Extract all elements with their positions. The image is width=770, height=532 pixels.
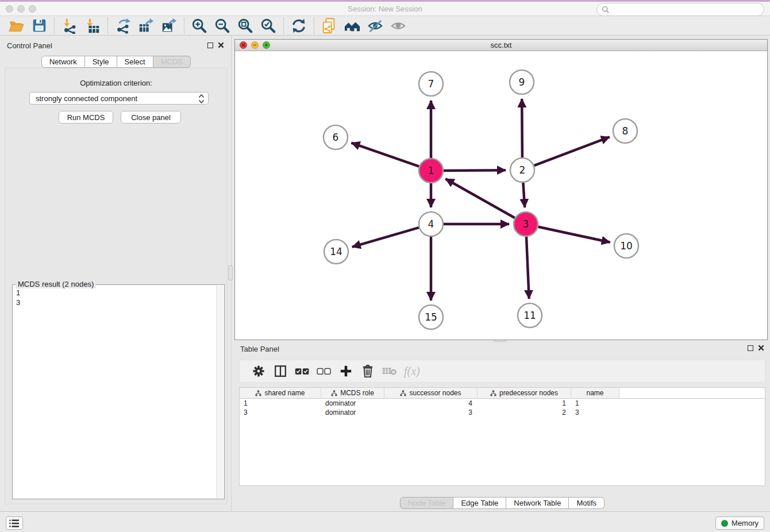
- column-type-icon: [490, 390, 496, 396]
- column-header-predecessor-nodes[interactable]: predecessor nodes: [478, 388, 571, 399]
- export-image-icon[interactable]: [159, 17, 179, 34]
- float-panel-icon[interactable]: [207, 43, 213, 48]
- delete-column-trash-icon[interactable]: [359, 363, 376, 379]
- criterion-value: strongly connected component: [36, 94, 137, 103]
- main-toolbar: [0, 16, 770, 36]
- select-all-rows-icon[interactable]: [294, 363, 311, 379]
- cell-predecessor-nodes[interactable]: 2: [478, 408, 571, 417]
- memory-button[interactable]: Memory: [715, 516, 764, 530]
- import-network-icon[interactable]: [60, 17, 79, 34]
- cell-name[interactable]: 3: [571, 408, 619, 417]
- memory-status-icon: [721, 520, 728, 527]
- tab-node-table[interactable]: Node Table: [400, 497, 454, 509]
- control-panel: Control Panel Network Style Select MCDS …: [3, 39, 229, 504]
- create-column-icon[interactable]: [337, 363, 355, 379]
- tab-network[interactable]: Network: [41, 56, 85, 68]
- criterion-select[interactable]: strongly connected component: [29, 92, 209, 105]
- table-row[interactable]: 3 dominator 3 2 3: [240, 408, 765, 417]
- open-session-icon[interactable]: [6, 17, 26, 34]
- run-mcds-button[interactable]: Run MCDS: [59, 111, 113, 124]
- graph-edge-4-14[interactable]: [352, 228, 419, 247]
- tab-select[interactable]: Select: [117, 56, 153, 68]
- graph-edge-2-8[interactable]: [534, 137, 610, 165]
- graph-edge-1-2[interactable]: [444, 170, 506, 171]
- graph-edge-2-3[interactable]: [523, 183, 525, 207]
- graph-edge-3-11[interactable]: [526, 237, 529, 299]
- graph-node-label-3: 3: [523, 218, 529, 230]
- zoom-fit-icon[interactable]: [236, 17, 255, 34]
- optimization-criterion-label: Optimization criterion:: [5, 79, 227, 87]
- graph-node-label-10: 10: [620, 240, 633, 252]
- refresh-network-icon[interactable]: [289, 17, 309, 34]
- graph-node-label-6: 6: [333, 132, 339, 143]
- hide-selected-icon[interactable]: [365, 17, 385, 34]
- control-panel-title: Control Panel: [7, 41, 52, 50]
- graph-edge-1-6[interactable]: [351, 143, 419, 167]
- tab-edge-table[interactable]: Edge Table: [453, 497, 506, 509]
- cell-mcds-role[interactable]: dominator: [321, 408, 384, 417]
- table-settings-gear-icon[interactable]: [250, 363, 267, 379]
- table-header-row: shared name MCDS role successor nodes pr…: [240, 388, 765, 399]
- search-input[interactable]: [596, 3, 764, 16]
- network-canvas[interactable]: 7968124314101511: [235, 51, 767, 340]
- show-columns-icon[interactable]: [272, 363, 289, 379]
- column-header-mcds-role[interactable]: MCDS role: [321, 388, 384, 399]
- node-table[interactable]: shared name MCDS role successor nodes pr…: [239, 387, 765, 486]
- cell-successor-nodes[interactable]: 3: [384, 408, 478, 417]
- tab-style[interactable]: Style: [85, 56, 117, 68]
- cell-successor-nodes[interactable]: 4: [384, 399, 478, 408]
- cell-shared-name[interactable]: 3: [240, 408, 321, 417]
- network-view-window: scc.txt 7968124314101511: [234, 39, 768, 340]
- export-table-icon[interactable]: [136, 17, 156, 34]
- cell-predecessor-nodes[interactable]: 1: [478, 399, 571, 408]
- float-table-panel-icon[interactable]: [748, 345, 753, 351]
- column-header-successor-nodes[interactable]: successor nodes: [384, 388, 478, 399]
- column-header-name[interactable]: name: [571, 388, 619, 399]
- graph-edge-2-9[interactable]: [522, 99, 522, 157]
- mcds-panel-body: Optimization criterion: strongly connect…: [5, 68, 228, 504]
- tab-network-table[interactable]: Network Table: [506, 497, 569, 509]
- mcds-scrollbar[interactable]: [216, 286, 224, 498]
- zoom-selected-icon[interactable]: [259, 17, 278, 34]
- close-table-panel-icon[interactable]: [758, 345, 764, 351]
- zoom-in-icon[interactable]: [190, 17, 209, 34]
- cell-mcds-role[interactable]: dominator: [321, 399, 384, 408]
- cell-name[interactable]: 1: [571, 399, 619, 408]
- graph-node-label-9: 9: [519, 76, 525, 88]
- mcds-result-title: MCDS result (2 nodes): [16, 280, 96, 288]
- export-network-icon[interactable]: [113, 17, 133, 34]
- control-panel-tabs: Network Style Select MCDS: [3, 56, 229, 68]
- graph-node-label-14: 14: [330, 246, 342, 257]
- list-icon: [9, 519, 20, 528]
- mcds-result-list: 1 3: [16, 288, 20, 307]
- table-panel-title: Table Panel: [240, 345, 279, 353]
- mcds-result-box: MCDS result (2 nodes) 1 3: [12, 284, 225, 499]
- tab-motifs[interactable]: Motifs: [569, 497, 605, 509]
- import-table-icon[interactable]: [83, 17, 102, 34]
- graph-node-label-2: 2: [519, 164, 526, 176]
- graph-edge-3-10[interactable]: [538, 227, 610, 242]
- close-panel-icon[interactable]: [218, 42, 224, 48]
- tab-mcds[interactable]: MCDS: [153, 56, 191, 68]
- vertical-splitter-handle[interactable]: [228, 265, 233, 280]
- zoom-out-icon[interactable]: [213, 17, 232, 34]
- show-home-icon[interactable]: [342, 17, 362, 34]
- table-tabs: Node Table Edge Table Network Table Moti…: [234, 497, 770, 509]
- control-panel-buttons: [207, 42, 224, 48]
- column-type-icon: [400, 390, 406, 396]
- column-header-shared-name[interactable]: shared name: [240, 388, 321, 399]
- mcds-result-item: 1: [16, 288, 20, 298]
- graph-node-label-15: 15: [425, 311, 437, 323]
- task-history-button[interactable]: [6, 516, 23, 530]
- graph-node-label-11: 11: [523, 310, 536, 321]
- table-row[interactable]: 1 dominator 4 1 1: [240, 399, 765, 408]
- cell-shared-name[interactable]: 1: [240, 399, 321, 408]
- close-panel-button[interactable]: Close panel: [121, 111, 181, 124]
- graph-edge-3-1[interactable]: [445, 179, 515, 218]
- mcds-result-item: 3: [16, 298, 20, 307]
- deselect-all-rows-icon[interactable]: [315, 363, 333, 379]
- save-session-icon[interactable]: [29, 17, 49, 34]
- graph-node-label-8: 8: [622, 125, 629, 137]
- network-window-titlebar[interactable]: scc.txt: [235, 40, 767, 51]
- clone-network-icon[interactable]: [319, 17, 339, 34]
